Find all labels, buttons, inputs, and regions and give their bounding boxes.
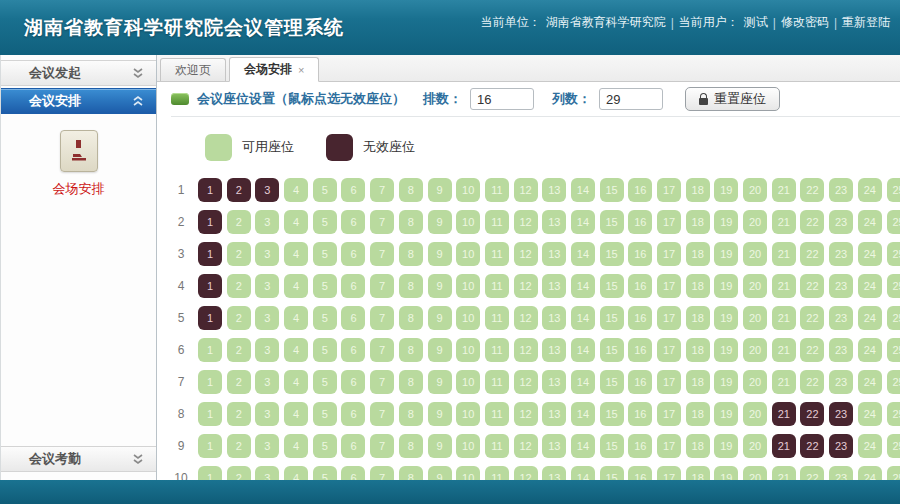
seat-r3-c14[interactable]: 14 xyxy=(571,242,595,266)
seat-r8-c12[interactable]: 12 xyxy=(514,402,538,426)
seat-r8-c9[interactable]: 9 xyxy=(428,402,452,426)
sidebar-item-venue-arrangement[interactable]: 会场安排 xyxy=(53,180,105,198)
seat-r5-c11[interactable]: 11 xyxy=(485,306,509,330)
seat-r5-c2[interactable]: 2 xyxy=(227,306,251,330)
seat-r6-c17[interactable]: 17 xyxy=(657,338,681,362)
seat-r3-c11[interactable]: 11 xyxy=(485,242,509,266)
seat-r6-c16[interactable]: 16 xyxy=(628,338,652,362)
seat-r7-c25[interactable]: 25 xyxy=(887,370,900,394)
seat-r10-c4[interactable]: 4 xyxy=(284,466,308,480)
sidebar-section-meeting-attendance[interactable]: 会议考勤 xyxy=(1,446,156,472)
rows-count-input[interactable] xyxy=(470,88,534,110)
seat-r6-c4[interactable]: 4 xyxy=(284,338,308,362)
seat-r3-c20[interactable]: 20 xyxy=(743,242,767,266)
seat-r8-c16[interactable]: 16 xyxy=(628,402,652,426)
seat-r6-c1[interactable]: 1 xyxy=(198,338,222,362)
seat-r1-c20[interactable]: 20 xyxy=(743,178,767,202)
seat-r1-c2[interactable]: 2 xyxy=(227,178,251,202)
seat-r7-c21[interactable]: 21 xyxy=(772,370,796,394)
seat-r4-c1[interactable]: 1 xyxy=(198,274,222,298)
seat-r5-c19[interactable]: 19 xyxy=(714,306,738,330)
seat-r7-c7[interactable]: 7 xyxy=(370,370,394,394)
seat-r4-c16[interactable]: 16 xyxy=(628,274,652,298)
seat-r4-c5[interactable]: 5 xyxy=(313,274,337,298)
seat-r8-c15[interactable]: 15 xyxy=(600,402,624,426)
seat-r9-c22[interactable]: 22 xyxy=(800,434,824,458)
seat-r7-c24[interactable]: 24 xyxy=(858,370,882,394)
seat-r2-c18[interactable]: 18 xyxy=(686,210,710,234)
seat-r4-c22[interactable]: 22 xyxy=(800,274,824,298)
seat-r9-c12[interactable]: 12 xyxy=(514,434,538,458)
seat-r4-c19[interactable]: 19 xyxy=(714,274,738,298)
seat-r4-c15[interactable]: 15 xyxy=(600,274,624,298)
seat-r3-c2[interactable]: 2 xyxy=(227,242,251,266)
seat-r10-c13[interactable]: 13 xyxy=(542,466,566,480)
seat-r1-c4[interactable]: 4 xyxy=(284,178,308,202)
seat-r2-c3[interactable]: 3 xyxy=(255,210,279,234)
seat-r10-c3[interactable]: 3 xyxy=(255,466,279,480)
seat-r2-c14[interactable]: 14 xyxy=(571,210,595,234)
seat-r4-c18[interactable]: 18 xyxy=(686,274,710,298)
seat-r1-c25[interactable]: 25 xyxy=(887,178,900,202)
seat-r1-c9[interactable]: 9 xyxy=(428,178,452,202)
seat-r2-c11[interactable]: 11 xyxy=(485,210,509,234)
seat-r3-c8[interactable]: 8 xyxy=(399,242,423,266)
seat-r9-c16[interactable]: 16 xyxy=(628,434,652,458)
seat-r5-c16[interactable]: 16 xyxy=(628,306,652,330)
seat-r10-c20[interactable]: 20 xyxy=(743,466,767,480)
seat-r7-c13[interactable]: 13 xyxy=(542,370,566,394)
seat-r3-c5[interactable]: 5 xyxy=(313,242,337,266)
seat-r10-c12[interactable]: 12 xyxy=(514,466,538,480)
seat-r3-c4[interactable]: 4 xyxy=(284,242,308,266)
relogin-link[interactable]: 重新登陆 xyxy=(842,14,890,31)
seat-r3-c7[interactable]: 7 xyxy=(370,242,394,266)
seat-r8-c14[interactable]: 14 xyxy=(571,402,595,426)
seat-r3-c18[interactable]: 18 xyxy=(686,242,710,266)
seat-r2-c20[interactable]: 20 xyxy=(743,210,767,234)
seat-r3-c25[interactable]: 25 xyxy=(887,242,900,266)
seat-r6-c20[interactable]: 20 xyxy=(743,338,767,362)
seat-r8-c7[interactable]: 7 xyxy=(370,402,394,426)
seat-r6-c2[interactable]: 2 xyxy=(227,338,251,362)
seat-r7-c16[interactable]: 16 xyxy=(628,370,652,394)
seat-r9-c20[interactable]: 20 xyxy=(743,434,767,458)
seat-r4-c6[interactable]: 6 xyxy=(341,274,365,298)
seat-r4-c20[interactable]: 20 xyxy=(743,274,767,298)
seat-r1-c6[interactable]: 6 xyxy=(341,178,365,202)
seat-r2-c7[interactable]: 7 xyxy=(370,210,394,234)
seat-r3-c22[interactable]: 22 xyxy=(800,242,824,266)
seat-r9-c9[interactable]: 9 xyxy=(428,434,452,458)
seat-r1-c11[interactable]: 11 xyxy=(485,178,509,202)
seat-r4-c13[interactable]: 13 xyxy=(542,274,566,298)
seat-r8-c11[interactable]: 11 xyxy=(485,402,509,426)
seat-r5-c22[interactable]: 22 xyxy=(800,306,824,330)
seat-r9-c14[interactable]: 14 xyxy=(571,434,595,458)
seat-r7-c1[interactable]: 1 xyxy=(198,370,222,394)
seat-r2-c10[interactable]: 10 xyxy=(456,210,480,234)
seat-r7-c15[interactable]: 15 xyxy=(600,370,624,394)
seat-r3-c16[interactable]: 16 xyxy=(628,242,652,266)
seat-r2-c8[interactable]: 8 xyxy=(399,210,423,234)
seat-r5-c25[interactable]: 25 xyxy=(887,306,900,330)
seat-r6-c21[interactable]: 21 xyxy=(772,338,796,362)
seat-r4-c24[interactable]: 24 xyxy=(858,274,882,298)
seat-r7-c3[interactable]: 3 xyxy=(255,370,279,394)
seat-r10-c7[interactable]: 7 xyxy=(370,466,394,480)
seat-r9-c15[interactable]: 15 xyxy=(600,434,624,458)
seat-r2-c12[interactable]: 12 xyxy=(514,210,538,234)
seat-r5-c15[interactable]: 15 xyxy=(600,306,624,330)
seat-r2-c19[interactable]: 19 xyxy=(714,210,738,234)
seat-r9-c17[interactable]: 17 xyxy=(657,434,681,458)
seat-r5-c5[interactable]: 5 xyxy=(313,306,337,330)
seat-r8-c24[interactable]: 24 xyxy=(858,402,882,426)
seat-r5-c24[interactable]: 24 xyxy=(858,306,882,330)
seat-r3-c3[interactable]: 3 xyxy=(255,242,279,266)
seat-r6-c7[interactable]: 7 xyxy=(370,338,394,362)
seat-r4-c25[interactable]: 25 xyxy=(887,274,900,298)
seat-r1-c23[interactable]: 23 xyxy=(829,178,853,202)
seat-r8-c4[interactable]: 4 xyxy=(284,402,308,426)
seat-r10-c17[interactable]: 17 xyxy=(657,466,681,480)
seat-r9-c2[interactable]: 2 xyxy=(227,434,251,458)
seat-r5-c23[interactable]: 23 xyxy=(829,306,853,330)
seat-r6-c15[interactable]: 15 xyxy=(600,338,624,362)
